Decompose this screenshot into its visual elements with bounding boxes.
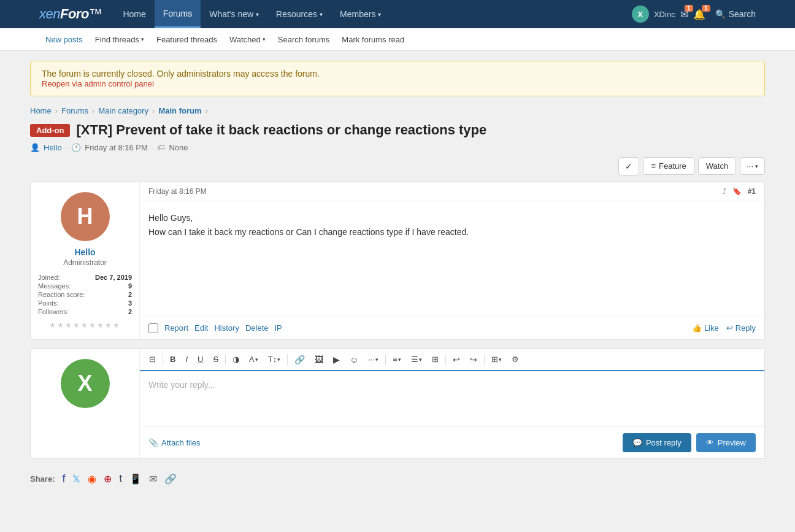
thread-meta-user[interactable]: Hello [44,143,62,152]
toolbar-strikethrough[interactable]: S [209,352,223,366]
toolbar-template[interactable]: ⊞▾ [487,352,506,366]
toolbar-eraser[interactable]: ⊟ [145,352,160,366]
breadcrumb-main-forum[interactable]: Main forum [158,106,201,115]
post-footer-left: Report Edit History Delete IP [148,323,282,333]
sub-nav-find-threads[interactable]: Find threads▾ [89,28,150,50]
attach-icon: 📎 [148,438,158,447]
share-link-icon[interactable]: 🔗 [164,473,177,485]
edit-button[interactable]: Edit [194,323,208,333]
report-button[interactable]: Report [164,323,188,333]
username-display[interactable]: XDinc [654,10,675,19]
share-tumblr-icon[interactable]: t [119,473,121,484]
feature-button[interactable]: ≡ Feature [643,157,694,175]
nav-item-resources[interactable]: Resources▾ [267,0,331,28]
stat-label-reaction: Reaction score: [38,290,91,299]
ip-button[interactable]: IP [274,323,282,333]
thread-meta: 👤 Hello · 🕐 Friday at 8:16 PM · 🏷 None [30,143,765,152]
toolbar-font-size[interactable]: T↕▾ [264,352,285,366]
toolbar-font-color[interactable]: A▾ [245,352,263,366]
breadcrumb-sep-3: › [152,106,155,115]
alert-link[interactable]: Reopen via admin control panel [42,79,154,88]
breadcrumb-sep-4: › [205,106,208,115]
toolbar-list[interactable]: ☰▾ [407,352,426,366]
post-select-checkbox[interactable] [148,323,158,333]
submit-buttons: 💬 Post reply 👁 Preview [623,433,756,452]
thread-tag-badge[interactable]: Add-on [30,124,70,137]
search-button[interactable]: 🔍 Search [715,9,756,19]
thread-meta-time: Friday at 8:16 PM [85,143,148,152]
post-reply-icon: 💬 [632,438,642,447]
stat-row-reaction: Reaction score: 2 [38,290,132,299]
user-avatar-badge[interactable]: X [632,6,649,23]
stat-value-messages: 9 [91,282,132,290]
toolbar-media[interactable]: ▶ [329,352,344,367]
toolbar-sep-1 [163,354,163,365]
reply-card: X ⊟ B I U S ◑ A▾ T↕▾ 🔗 🖼 ▶ ☺ ···▾ [30,349,765,459]
reply-button[interactable]: ↩ Reply [726,323,756,333]
toolbar-image[interactable]: 🖼 [310,352,328,367]
toolbar-redo[interactable]: ↪ [466,352,482,367]
nav-item-forums[interactable]: Forums [155,0,201,28]
main-content: The forum is currently closed. Only admi… [20,51,775,500]
sub-nav-new-posts[interactable]: New posts [39,28,89,50]
share-reddit-icon[interactable]: ◉ [88,473,96,485]
more-options-button[interactable]: ··· ▾ [740,157,765,175]
breadcrumb-home[interactable]: Home [30,106,52,115]
share-facebook-icon[interactable]: f [62,472,65,485]
nav-item-members[interactable]: Members▾ [331,0,390,28]
sub-nav-mark-forums-read[interactable]: Mark forums read [336,28,410,50]
inbox-badge: 1 [685,5,693,12]
like-button[interactable]: 👍 Like [692,323,719,333]
stat-label-joined: Joined: [38,273,91,282]
sub-nav-watched[interactable]: Watched▾ [223,28,272,50]
share-email-icon[interactable]: ✉ [149,473,157,485]
check-button[interactable]: ✓ [618,157,639,175]
thread-meta-user-icon: 👤 [30,143,40,152]
share-icon-post[interactable]: ⤴ [723,187,726,196]
breadcrumb-sep-2: › [92,106,94,115]
inbox-notification[interactable]: ✉ 1 [680,9,688,20]
bookmark-icon[interactable]: 🔖 [732,187,742,196]
toolbar-underline[interactable]: U [193,352,207,366]
stat-label-followers: Followers: [38,307,91,316]
toolbar-undo[interactable]: ↩ [448,352,464,367]
top-nav-right: X XDinc ✉ 1 🔔 1 🔍 Search [632,6,756,23]
site-logo[interactable]: xenForo™ [39,6,102,22]
nav-item-whats-new[interactable]: What's new▾ [201,0,267,28]
toolbar-italic[interactable]: I [181,352,192,366]
alerts-notification[interactable]: 🔔 1 [693,9,705,20]
toolbar-table[interactable]: ⊞ [428,352,443,366]
breadcrumb-main-category[interactable]: Main category [98,106,148,115]
sub-navigation: New posts Find threads▾ Featured threads… [0,28,795,51]
delete-button[interactable]: Delete [245,323,269,333]
sub-nav-search-forums[interactable]: Search forums [272,28,336,50]
watch-button[interactable]: Watch [698,157,736,175]
toolbar-settings[interactable]: ⚙ [507,352,523,366]
share-twitter-icon[interactable]: 𝕏 [72,473,80,485]
toolbar-sep-6 [484,354,485,365]
toolbar-sep-3 [287,354,288,365]
toolbar-emoji[interactable]: ☺ [345,352,363,367]
toolbar-align[interactable]: ≡▾ [388,352,405,366]
toolbar-sep-2 [225,354,226,365]
forum-alert: The forum is currently closed. Only admi… [30,61,765,96]
preview-button[interactable]: 👁 Preview [696,433,756,452]
thread-title: [XTR] Prevent of take it back reactions … [76,121,486,139]
toolbar-bold[interactable]: B [166,352,180,366]
toolbar-highlight-color[interactable]: ◑ [228,352,244,366]
post-reply-button[interactable]: 💬 Post reply [623,433,691,452]
share-pinterest-icon[interactable]: ⊕ [104,473,112,485]
breadcrumb-forums[interactable]: Forums [61,106,88,115]
editor-input[interactable]: Write your reply... [140,371,764,426]
history-button[interactable]: History [214,323,239,333]
share-whatsapp-icon[interactable]: 📱 [129,473,142,485]
sub-nav-featured-threads[interactable]: Featured threads [150,28,223,50]
user-rating-stars: ★★★★★★★★★ [49,321,121,330]
toolbar-link[interactable]: 🔗 [290,352,309,367]
toolbar-more-insert[interactable]: ···▾ [364,352,383,366]
attach-files-button[interactable]: 📎 Attach files [148,438,201,447]
nav-item-home[interactable]: Home [114,0,154,28]
reply-avatar: X [61,359,110,408]
post-username-link[interactable]: Hello [74,247,95,257]
post-body: Friday at 8:16 PM ⤴ 🔖 #1 Hello Guys, How… [140,182,764,339]
